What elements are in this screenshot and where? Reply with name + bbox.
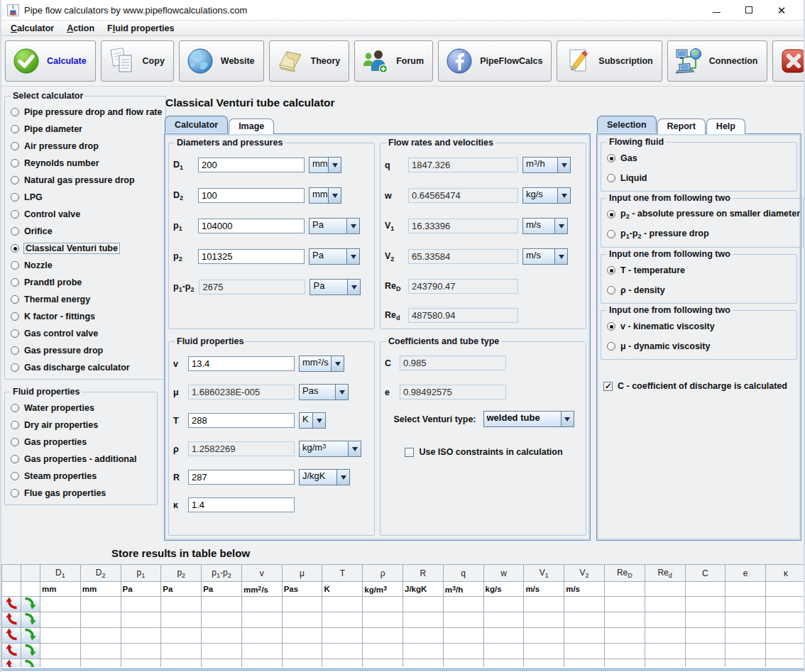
- chevron-down-icon: [346, 219, 359, 233]
- field-v2: V2m/s: [385, 248, 583, 265]
- d1-unit-select[interactable]: mm: [309, 157, 341, 173]
- menu-action[interactable]: Action: [60, 22, 101, 35]
- t-input[interactable]: [188, 413, 295, 428]
- close-window-button[interactable]: ✕: [765, 1, 798, 19]
- copy-button[interactable]: Copy: [101, 40, 174, 82]
- option-p-1-p-2-pressure-drop[interactable]: p1-p2 - pressure drop: [606, 224, 800, 244]
- tab-report[interactable]: Report: [657, 119, 706, 134]
- sidebar-item-gas-discharge-calculator[interactable]: Gas discharge calculator: [9, 359, 163, 376]
- re-d-small-input[interactable]: [408, 308, 518, 323]
- store-row-button[interactable]: [21, 597, 40, 612]
- sidebar-item-gas-properties[interactable]: Gas properties: [9, 434, 154, 451]
- dp-input[interactable]: [199, 280, 305, 294]
- p1-unit-select[interactable]: Pa: [309, 218, 360, 234]
- tab-help[interactable]: Help: [706, 119, 745, 134]
- w-input[interactable]: [408, 188, 518, 203]
- sidebar-item-gas-pressure-drop[interactable]: Gas pressure drop: [9, 342, 163, 359]
- sidebar-item-orifice[interactable]: Orifice: [9, 223, 163, 240]
- venturi-type-select[interactable]: welded tube: [483, 411, 574, 427]
- option-dynamic-viscosity[interactable]: μ - dynamic viscosity: [606, 336, 794, 356]
- c-input[interactable]: [400, 356, 506, 370]
- sidebar-item-flue-gas-properties[interactable]: Flue gas properties: [9, 485, 154, 502]
- sidebar-item-lpg[interactable]: LPG: [9, 189, 163, 206]
- w-unit-select[interactable]: kg/s: [522, 187, 571, 204]
- sidebar-item-control-valve[interactable]: Control valve: [9, 206, 163, 223]
- re-d-input[interactable]: [408, 279, 518, 294]
- table-cell: [322, 644, 363, 659]
- restore-row-button[interactable]: [2, 644, 21, 659]
- menu-calculator[interactable]: Calculator: [4, 22, 60, 35]
- store-row-button[interactable]: [21, 612, 40, 627]
- v2-unit-select[interactable]: m/s: [522, 248, 568, 265]
- sidebar-item-thermal-energy[interactable]: Thermal energy: [9, 291, 163, 308]
- mu-input[interactable]: [188, 385, 295, 400]
- sidebar-item-air-pressure-drop[interactable]: Air pressure drop: [9, 138, 163, 155]
- option-v-kinematic-viscosity[interactable]: v - kinematic viscosity: [606, 316, 794, 336]
- minimize-button[interactable]: [700, 1, 733, 19]
- mu-unit-select[interactable]: Pas: [299, 384, 349, 400]
- forum-button[interactable]: Forum: [354, 40, 433, 82]
- sidebar-item-pipe-pressure-drop-and-flow-rate[interactable]: Pipe pressure drop and flow rate: [9, 104, 163, 121]
- r-input[interactable]: [188, 470, 295, 485]
- option-liquid[interactable]: Liquid: [606, 168, 794, 188]
- store-row-button[interactable]: [21, 644, 40, 659]
- nu-input[interactable]: [188, 356, 295, 371]
- calculate-button[interactable]: Calculate: [5, 40, 96, 82]
- store-row-button[interactable]: [21, 628, 40, 643]
- option-p-2-absolute-pressure-on-smaller-diameter[interactable]: p2 - absolute pressure on smaller diamet…: [606, 204, 800, 224]
- sidebar-item-natural-gas-pressure-drop[interactable]: Natural gas pressure drop: [9, 172, 163, 189]
- p2-unit-select[interactable]: Pa: [309, 248, 360, 265]
- option-t-temperature[interactable]: T - temperature: [606, 260, 794, 280]
- subscription-button[interactable]: Subscription: [557, 40, 662, 82]
- q-input[interactable]: [408, 158, 518, 172]
- rho-input[interactable]: [188, 441, 295, 456]
- connection-button[interactable]: Connection: [667, 40, 767, 82]
- nu-unit-select[interactable]: mm2/s: [299, 356, 344, 372]
- discharge-coefficient-checkbox-row[interactable]: C - coefficient of discharge is calculat…: [603, 381, 797, 391]
- restore-row-button[interactable]: [2, 612, 21, 627]
- e-input[interactable]: [400, 385, 506, 400]
- d2-input[interactable]: [198, 188, 305, 203]
- sidebar-item-steam-properties[interactable]: Steam properties: [9, 468, 154, 485]
- maximize-button[interactable]: [733, 1, 765, 19]
- menu-fluid-properties[interactable]: Fluid properties: [101, 22, 180, 35]
- p2-input[interactable]: [198, 249, 305, 264]
- sidebar-item-classical-venturi-tube[interactable]: Classical Venturi tube: [9, 240, 163, 257]
- close-button[interactable]: Close: [772, 40, 805, 82]
- restore-row-button[interactable]: [2, 597, 21, 612]
- sidebar-item-nozzle[interactable]: Nozzle: [9, 257, 163, 274]
- sidebar-item-gas-control-valve[interactable]: Gas control valve: [9, 325, 163, 342]
- d2-unit-select[interactable]: mm: [309, 187, 341, 204]
- option-density[interactable]: ρ - density: [606, 280, 794, 300]
- iso-constraints-checkbox-row[interactable]: Use ISO constraints in calculation: [385, 447, 583, 457]
- tab-selection[interactable]: Selection: [597, 116, 657, 133]
- option-gas[interactable]: Gas: [606, 148, 794, 168]
- group-fluid-properties: Fluid propertiesvmm2/sμPasTKρkg/m3RJ/kgK…: [168, 336, 375, 536]
- dp-unit-select[interactable]: Pa: [310, 279, 361, 295]
- tab-calculator[interactable]: Calculator: [165, 116, 228, 133]
- table-cell: [282, 597, 322, 612]
- d1-input[interactable]: [198, 158, 305, 172]
- sidebar-item-dry-air-properties[interactable]: Dry air properties: [9, 417, 154, 434]
- restore-row-button[interactable]: [2, 628, 21, 643]
- sidebar-item-prandtl-probe[interactable]: Prandtl probe: [9, 274, 163, 291]
- tab-image[interactable]: Image: [229, 119, 274, 134]
- q-unit-select[interactable]: m3/h: [522, 157, 571, 173]
- sidebar-item-gas-properties-additional[interactable]: Gas properties - additional: [9, 451, 154, 468]
- sidebar-item-k-factor-fittings[interactable]: K factor - fittings: [9, 308, 163, 325]
- sidebar-item-water-properties[interactable]: Water properties: [9, 400, 154, 417]
- theory-button[interactable]: Theory: [269, 40, 350, 82]
- r-unit-select[interactable]: J/kgK: [299, 469, 350, 485]
- kappa-input[interactable]: [188, 497, 295, 512]
- v1-input[interactable]: [408, 219, 518, 233]
- v2-input[interactable]: [408, 249, 518, 264]
- pipeflowcalcs-button[interactable]: PipeFlowCalcs: [438, 40, 552, 82]
- sidebar-item-label: Gas properties: [24, 437, 87, 447]
- sidebar-item-pipe-diameter[interactable]: Pipe diameter: [9, 121, 163, 138]
- p1-input[interactable]: [198, 219, 305, 233]
- sidebar-item-reynolds-number[interactable]: Reynolds number: [9, 155, 163, 172]
- t-unit-select[interactable]: K: [299, 412, 326, 429]
- v1-unit-select[interactable]: m/s: [522, 218, 568, 234]
- website-button[interactable]: Website: [179, 40, 264, 82]
- rho-unit-select[interactable]: kg/m3: [299, 441, 361, 457]
